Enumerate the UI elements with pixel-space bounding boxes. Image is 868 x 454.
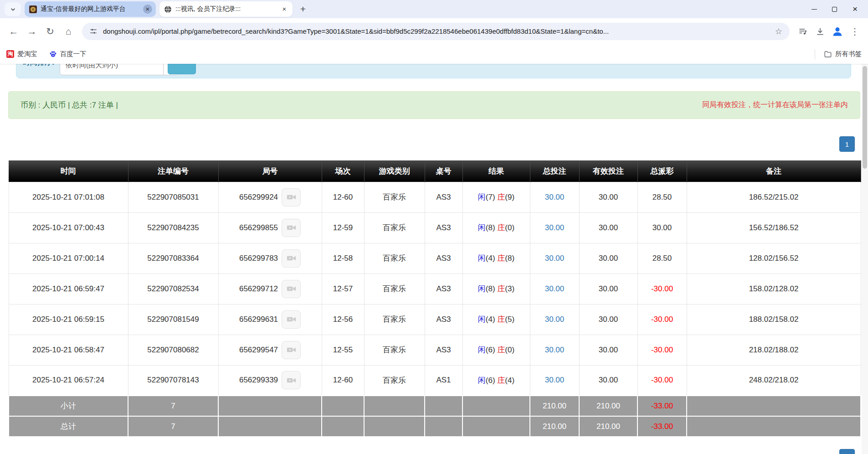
video-replay-button[interactable] <box>282 280 301 298</box>
cell-note: 158.02/128.02 <box>687 273 861 304</box>
downloads-icon[interactable] <box>812 23 829 40</box>
close-tab-icon[interactable]: × <box>143 5 152 14</box>
scrollbar[interactable] <box>862 64 868 454</box>
footer-cell <box>425 396 462 416</box>
cell-table-no: AS3 <box>425 212 462 243</box>
new-tab-button[interactable]: + <box>296 2 310 16</box>
cell-total-bet: 30.00 <box>530 182 579 212</box>
video-replay-button[interactable] <box>282 371 301 389</box>
video-replay-button[interactable] <box>282 310 301 329</box>
cell-result: 闲(7) 庄(9) <box>462 182 530 212</box>
cell-round: 656299712 <box>218 273 322 304</box>
table-row: 2025-10-21 06:59:47522907082534656299712… <box>9 273 861 304</box>
video-icon <box>286 375 297 386</box>
footer-cell: 总计 <box>9 416 128 437</box>
footer-cell: -33.00 <box>637 416 687 437</box>
summary-text: 币别 : 人民币 | 总共 :7 注单 | <box>21 100 118 110</box>
total-bet-link[interactable]: 30.00 <box>545 284 565 293</box>
total-bet-link[interactable]: 30.00 <box>545 346 565 354</box>
cell-result: 闲(4) 庄(5) <box>462 304 530 335</box>
home-icon[interactable]: ⌂ <box>59 22 77 41</box>
cell-payout: 30.00 <box>637 212 687 243</box>
window-controls: × <box>804 0 865 18</box>
result-banker-score: (4) <box>505 376 514 385</box>
column-header: 结果 <box>462 160 530 182</box>
cell-bet-id: 522907084235 <box>128 212 218 243</box>
cell-round: 656299855 <box>218 212 322 243</box>
cell-game-type: 百家乐 <box>364 212 425 243</box>
close-window-button[interactable]: × <box>845 0 865 18</box>
browser-menu-icon[interactable]: ⋮ <box>846 23 863 40</box>
total-bet-link[interactable]: 30.00 <box>545 376 565 384</box>
cell-game-type: 百家乐 <box>364 304 425 335</box>
bookmark-star-icon[interactable]: ☆ <box>775 26 782 36</box>
tab-betrecord[interactable]: :::视讯, 会员下注纪录::: × <box>159 1 293 17</box>
video-replay-button[interactable] <box>282 249 301 268</box>
result-banker-score: (3) <box>505 284 514 293</box>
cell-table-no: AS3 <box>425 182 462 212</box>
minimize-button[interactable] <box>804 0 824 18</box>
result-player-score: (8) <box>486 284 495 293</box>
video-replay-button[interactable] <box>282 341 301 359</box>
scrollbar-thumb[interactable] <box>863 66 867 169</box>
all-bookmarks-button[interactable]: 所有书签 <box>824 50 862 58</box>
search-button[interactable] <box>168 64 196 74</box>
video-replay-button[interactable] <box>282 219 301 237</box>
tab-title: 通宝-信誉最好的网上游戏平台 <box>41 5 139 13</box>
footer-cell <box>322 396 364 416</box>
column-header: 时间 <box>9 160 128 182</box>
cell-bet-id: 522907082534 <box>128 273 218 304</box>
maximize-button[interactable] <box>824 0 845 18</box>
page-content: 时间排序: 依时间(由大到小) ▼ 币别 : 人民币 | 总共 :7 注单 | … <box>0 64 868 454</box>
tab-search-button[interactable] <box>5 2 21 16</box>
footer-cell: 210.00 <box>530 416 579 437</box>
total-bet-link[interactable]: 30.00 <box>545 254 565 263</box>
media-controls-icon[interactable] <box>794 23 812 40</box>
bookmark-taobao[interactable]: 淘 爱淘宝 <box>6 50 37 58</box>
close-tab-icon[interactable]: × <box>280 5 289 14</box>
profile-avatar[interactable] <box>829 23 846 40</box>
cell-table-no: AS3 <box>425 304 462 335</box>
bottom-page-button[interactable] <box>839 449 855 454</box>
round-number: 656299783 <box>239 254 278 263</box>
back-icon[interactable]: ← <box>5 22 23 41</box>
table-body: 2025-10-21 07:01:08522907085031656299924… <box>9 182 861 396</box>
footer-cell <box>687 396 861 416</box>
refresh-icon[interactable]: ↻ <box>41 22 59 41</box>
taobao-icon: 淘 <box>6 50 14 58</box>
sort-select[interactable]: 依时间(由大到小) ▼ <box>60 64 179 75</box>
cell-payout: 28.50 <box>637 182 687 212</box>
result-player-score: (4) <box>486 315 495 324</box>
svg-text:du: du <box>51 54 54 57</box>
footer-cell <box>364 396 425 416</box>
footer-cell: 210.00 <box>579 396 637 416</box>
address-bar[interactable]: dongshouji.com/ipl/portal.php/game/betre… <box>82 23 790 40</box>
bookmark-baidu[interactable]: du 百度一下 <box>49 50 87 58</box>
table-row: 2025-10-21 06:58:47522907080682656299547… <box>9 335 861 365</box>
table-header-row: 时间注单编号局号场次游戏类别桌号结果总投注有效投注总派彩备注 <box>9 160 861 182</box>
forward-icon[interactable]: → <box>23 22 41 41</box>
cell-round: 656299547 <box>218 335 322 365</box>
cell-game-type: 百家乐 <box>364 182 425 212</box>
summary-bar: 币别 : 人民币 | 总共 :7 注单 | 同局有效投注，统一计算在该局第一张注… <box>8 91 860 119</box>
cell-note: 128.02/156.52 <box>687 243 861 273</box>
page-1-button[interactable]: 1 <box>839 136 855 152</box>
result-player-label: 闲 <box>478 223 486 232</box>
total-bet-link[interactable]: 30.00 <box>545 193 565 201</box>
cell-table-no: AS3 <box>425 273 462 304</box>
total-bet-link[interactable]: 30.00 <box>545 315 565 324</box>
video-replay-button[interactable] <box>282 188 301 206</box>
column-header: 游戏类别 <box>364 160 425 182</box>
result-banker-score: (0) <box>505 346 514 354</box>
column-header: 总投注 <box>530 160 579 182</box>
bookmark-label: 爱淘宝 <box>17 50 37 58</box>
result-player-label: 闲 <box>478 193 486 201</box>
tab-tongbao[interactable]: 通宝-信誉最好的网上游戏平台 × <box>25 1 156 17</box>
result-banker-score: (8) <box>505 254 514 263</box>
subtotal-row: 小计7210.00210.00-33.00 <box>9 396 861 416</box>
result-banker-label: 庄 <box>497 315 505 324</box>
chevron-down-icon <box>10 6 16 12</box>
cell-valid-bet: 30.00 <box>579 273 637 304</box>
total-bet-link[interactable]: 30.00 <box>545 223 565 232</box>
result-banker-label: 庄 <box>497 284 505 293</box>
